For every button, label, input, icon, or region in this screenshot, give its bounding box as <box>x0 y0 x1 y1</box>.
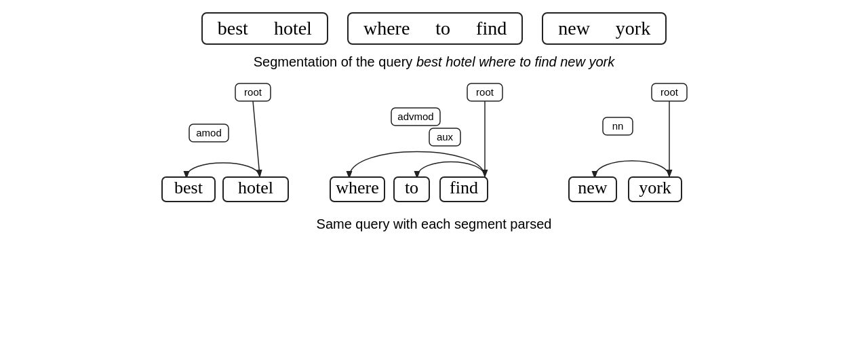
svg-text:nn: nn <box>612 120 624 132</box>
tree-best-hotel-svg: root amod best hotel <box>159 82 295 204</box>
segment-box-3: new york <box>542 12 667 45</box>
word-to-top: to <box>435 18 450 39</box>
svg-text:new: new <box>578 178 608 197</box>
word-new-top: new <box>558 18 590 39</box>
bottom-caption: Same query with each segment parsed <box>317 216 552 232</box>
caption-text-before: Segmentation of the query <box>254 54 416 69</box>
svg-text:root: root <box>476 86 494 98</box>
word-york-top: york <box>616 18 650 39</box>
tree-new-york-svg: root nn new york <box>566 82 709 204</box>
svg-text:find: find <box>450 178 478 197</box>
svg-text:york: york <box>639 178 671 197</box>
svg-text:to: to <box>405 178 418 197</box>
word-best-top: best <box>218 18 248 39</box>
tree-where-to-find-svg: root advmod aux where to find <box>329 82 532 204</box>
segmentation-caption: Segmentation of the query best hotel whe… <box>254 54 615 70</box>
svg-text:hotel: hotel <box>238 178 273 197</box>
caption-query-italic: best hotel where to find new york <box>416 54 614 69</box>
svg-line-2 <box>253 101 260 176</box>
segments-row: best hotel where to find new york <box>201 12 667 45</box>
tree-best-hotel: root amod best hotel <box>159 82 295 204</box>
word-hotel-top: hotel <box>274 18 312 39</box>
segment-box-1: best hotel <box>201 12 328 45</box>
trees-row: root amod best hotel <box>159 82 709 204</box>
svg-text:root: root <box>660 86 679 98</box>
tree-new-york: root nn new york <box>566 82 709 204</box>
word-where-top: where <box>363 18 410 39</box>
svg-text:aux: aux <box>437 131 454 142</box>
tree-where-to-find: root advmod aux where to find <box>329 82 532 204</box>
svg-text:root: root <box>244 86 262 98</box>
svg-text:advmod: advmod <box>397 111 433 122</box>
segment-box-2: where to find <box>347 12 523 45</box>
svg-text:where: where <box>336 178 379 197</box>
word-find-top: find <box>476 18 507 39</box>
svg-text:best: best <box>174 178 203 197</box>
svg-text:amod: amod <box>196 127 222 138</box>
